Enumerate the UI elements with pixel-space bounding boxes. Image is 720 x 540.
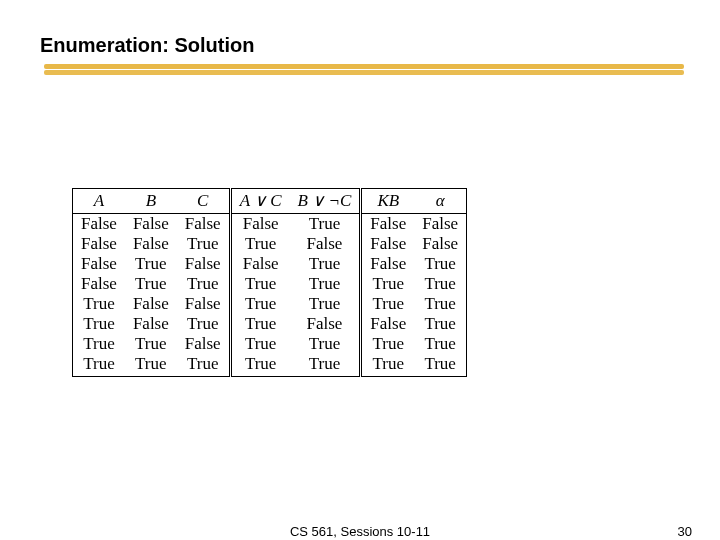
table-cell: True [177,354,230,377]
table-cell: False [361,314,414,334]
table-cell: True [73,354,125,377]
truth-table: A B C A ∨ C B ∨ ¬C KB α FalseFalseFalseF… [72,188,467,377]
table-cell: False [361,254,414,274]
table-cell: False [361,214,414,235]
table-cell: True [290,214,361,235]
table-cell: True [290,294,361,314]
footer-course: CS 561, Sessions 10-11 [290,524,430,539]
table-cell: False [177,214,230,235]
title-underline [44,64,684,78]
col-alpha: α [414,189,466,214]
table-row: FalseTrueTrueTrueTrueTrueTrue [73,274,467,294]
table-cell: False [177,254,230,274]
table-cell: True [230,314,289,334]
table-row: FalseFalseTrueTrueFalseFalseFalse [73,234,467,254]
table-cell: True [414,254,466,274]
table-cell: True [125,274,177,294]
table-cell: True [361,354,414,377]
table-cell: True [290,254,361,274]
table-row: TrueFalseTrueTrueFalseFalseTrue [73,314,467,334]
table-cell: True [230,334,289,354]
table-cell: True [414,294,466,314]
table-cell: False [290,314,361,334]
table-cell: False [290,234,361,254]
footer-page: 30 [678,524,692,539]
table-cell: True [230,274,289,294]
table-cell: False [125,234,177,254]
table-cell: True [414,274,466,294]
table-cell: False [73,214,125,235]
table-cell: True [230,234,289,254]
table-cell: False [177,294,230,314]
table-header-row: A B C A ∨ C B ∨ ¬C KB α [73,189,467,214]
table-cell: False [177,334,230,354]
table-cell: True [177,314,230,334]
table-cell: False [361,234,414,254]
table-cell: False [230,214,289,235]
table-cell: True [414,354,466,377]
table-cell: False [125,214,177,235]
col-B: B [125,189,177,214]
table-cell: True [125,354,177,377]
table-cell: False [414,214,466,235]
table-cell: True [177,274,230,294]
table-row: FalseTrueFalseFalseTrueFalseTrue [73,254,467,274]
table-cell: True [125,254,177,274]
table-cell: True [290,354,361,377]
table-cell: True [230,354,289,377]
table-cell: True [414,334,466,354]
table-cell: False [125,294,177,314]
col-A: A [73,189,125,214]
table-cell: True [230,294,289,314]
table-cell: True [290,274,361,294]
table-cell: False [230,254,289,274]
table-cell: True [73,314,125,334]
table-cell: True [125,334,177,354]
table-cell: True [290,334,361,354]
table-cell: True [361,294,414,314]
table-cell: True [414,314,466,334]
col-BorNotC: B ∨ ¬C [290,189,361,214]
table-cell: True [177,234,230,254]
table-cell: True [73,294,125,314]
page-title: Enumeration: Solution [40,34,254,57]
table-cell: False [414,234,466,254]
table-cell: False [73,274,125,294]
table-row: TrueTrueFalseTrueTrueTrueTrue [73,334,467,354]
table-cell: True [73,334,125,354]
col-KB: KB [361,189,414,214]
col-AorC: A ∨ C [230,189,289,214]
table-cell: True [361,334,414,354]
col-C: C [177,189,230,214]
table-cell: True [361,274,414,294]
table-row: TrueTrueTrueTrueTrueTrueTrue [73,354,467,377]
table-cell: False [73,254,125,274]
table-row: TrueFalseFalseTrueTrueTrueTrue [73,294,467,314]
table-cell: False [73,234,125,254]
table-cell: False [125,314,177,334]
table-row: FalseFalseFalseFalseTrueFalseFalse [73,214,467,235]
